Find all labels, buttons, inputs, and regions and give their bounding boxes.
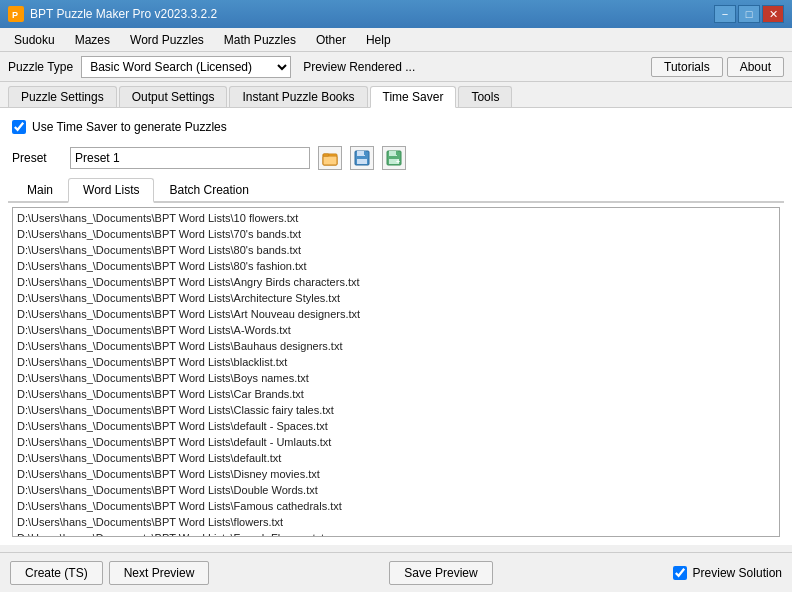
- sub-tab-main[interactable]: Main: [12, 178, 68, 201]
- save-preset-button[interactable]: [350, 146, 374, 170]
- list-item: D:\Users\hans_\Documents\BPT Word Lists\…: [17, 306, 775, 322]
- list-item: D:\Users\hans_\Documents\BPT Word Lists\…: [17, 386, 775, 402]
- svg-text:+: +: [396, 158, 400, 165]
- svg-rect-6: [357, 151, 365, 156]
- list-item: D:\Users\hans_\Documents\BPT Word Lists\…: [17, 354, 775, 370]
- window-controls: − □ ✕: [714, 5, 784, 23]
- tutorials-button[interactable]: Tutorials: [651, 57, 723, 77]
- save-as-preset-button[interactable]: +: [382, 146, 406, 170]
- menu-mazes[interactable]: Mazes: [65, 31, 120, 49]
- svg-rect-7: [357, 159, 367, 164]
- time-saver-checkbox-row: Use Time Saver to generate Puzzles: [8, 116, 784, 142]
- sub-tab-word-lists[interactable]: Word Lists: [68, 178, 154, 203]
- app-icon: P: [8, 6, 24, 22]
- preset-input[interactable]: [70, 147, 310, 169]
- menu-bar: Sudoku Mazes Word Puzzles Math Puzzles O…: [0, 28, 792, 52]
- svg-rect-3: [323, 156, 337, 165]
- list-item: D:\Users\hans_\Documents\BPT Word Lists\…: [17, 370, 775, 386]
- list-item: D:\Users\hans_\Documents\BPT Word Lists\…: [17, 482, 775, 498]
- main-content: Use Time Saver to generate Puzzles Prese…: [0, 108, 792, 545]
- title-bar: P BPT Puzzle Maker Pro v2023.3.2.2 − □ ✕: [0, 0, 792, 28]
- list-item: D:\Users\hans_\Documents\BPT Word Lists\…: [17, 418, 775, 434]
- footer: Create (TS) Next Preview Save Preview Pr…: [0, 552, 792, 592]
- puzzle-type-label: Puzzle Type: [8, 60, 73, 74]
- close-button[interactable]: ✕: [762, 5, 784, 23]
- list-item: D:\Users\hans_\Documents\BPT Word Lists\…: [17, 226, 775, 242]
- list-item: D:\Users\hans_\Documents\BPT Word Lists\…: [17, 274, 775, 290]
- list-item: D:\Users\hans_\Documents\BPT Word Lists\…: [17, 450, 775, 466]
- tab-output-settings[interactable]: Output Settings: [119, 86, 228, 107]
- menu-sudoku[interactable]: Sudoku: [4, 31, 65, 49]
- svg-text:P: P: [12, 10, 18, 20]
- sub-tab-batch-creation[interactable]: Batch Creation: [154, 178, 263, 201]
- app-title: BPT Puzzle Maker Pro v2023.3.2.2: [30, 7, 217, 21]
- svg-rect-4: [323, 154, 329, 156]
- menu-word-puzzles[interactable]: Word Puzzles: [120, 31, 214, 49]
- time-saver-checkbox[interactable]: [12, 120, 26, 134]
- puzzle-type-select[interactable]: Basic Word Search (Licensed): [81, 56, 291, 78]
- preview-text: Preview Rendered ...: [303, 60, 415, 74]
- maximize-button[interactable]: □: [738, 5, 760, 23]
- svg-rect-10: [389, 151, 397, 156]
- time-saver-label: Use Time Saver to generate Puzzles: [32, 120, 227, 134]
- tab-time-saver[interactable]: Time Saver: [370, 86, 457, 108]
- list-item: D:\Users\hans_\Documents\BPT Word Lists\…: [17, 290, 775, 306]
- toolbar-right: Tutorials About: [651, 57, 784, 77]
- minimize-button[interactable]: −: [714, 5, 736, 23]
- list-item: D:\Users\hans_\Documents\BPT Word Lists\…: [17, 466, 775, 482]
- preview-solution-label: Preview Solution: [693, 566, 782, 580]
- save-preview-button[interactable]: Save Preview: [389, 561, 492, 585]
- word-list-area[interactable]: D:\Users\hans_\Documents\BPT Word Lists\…: [12, 207, 780, 537]
- about-button[interactable]: About: [727, 57, 784, 77]
- next-preview-button[interactable]: Next Preview: [109, 561, 210, 585]
- list-item: D:\Users\hans_\Documents\BPT Word Lists\…: [17, 402, 775, 418]
- list-item: D:\Users\hans_\Documents\BPT Word Lists\…: [17, 210, 775, 226]
- main-tab-bar: Puzzle Settings Output Settings Instant …: [0, 82, 792, 108]
- preset-row: Preset +: [8, 142, 784, 178]
- list-item: D:\Users\hans_\Documents\BPT Word Lists\…: [17, 258, 775, 274]
- preview-solution-checkbox[interactable]: [673, 566, 687, 580]
- footer-right: Preview Solution: [673, 566, 782, 580]
- list-item: D:\Users\hans_\Documents\BPT Word Lists\…: [17, 530, 775, 537]
- menu-other[interactable]: Other: [306, 31, 356, 49]
- list-item: D:\Users\hans_\Documents\BPT Word Lists\…: [17, 242, 775, 258]
- sub-tab-bar: Main Word Lists Batch Creation: [8, 178, 784, 203]
- list-item: D:\Users\hans_\Documents\BPT Word Lists\…: [17, 434, 775, 450]
- list-item: D:\Users\hans_\Documents\BPT Word Lists\…: [17, 322, 775, 338]
- footer-center: Save Preview: [389, 561, 492, 585]
- list-item: D:\Users\hans_\Documents\BPT Word Lists\…: [17, 498, 775, 514]
- tab-instant-puzzle-books[interactable]: Instant Puzzle Books: [229, 86, 367, 107]
- tab-puzzle-settings[interactable]: Puzzle Settings: [8, 86, 117, 107]
- preset-label: Preset: [12, 151, 62, 165]
- toolbar: Puzzle Type Basic Word Search (Licensed)…: [0, 52, 792, 82]
- list-item: D:\Users\hans_\Documents\BPT Word Lists\…: [17, 514, 775, 530]
- list-item: D:\Users\hans_\Documents\BPT Word Lists\…: [17, 338, 775, 354]
- open-preset-button[interactable]: [318, 146, 342, 170]
- tab-tools[interactable]: Tools: [458, 86, 512, 107]
- title-bar-left: P BPT Puzzle Maker Pro v2023.3.2.2: [8, 6, 217, 22]
- create-button[interactable]: Create (TS): [10, 561, 103, 585]
- menu-help[interactable]: Help: [356, 31, 401, 49]
- svg-rect-12: [396, 151, 398, 155]
- svg-rect-8: [364, 151, 366, 155]
- menu-math-puzzles[interactable]: Math Puzzles: [214, 31, 306, 49]
